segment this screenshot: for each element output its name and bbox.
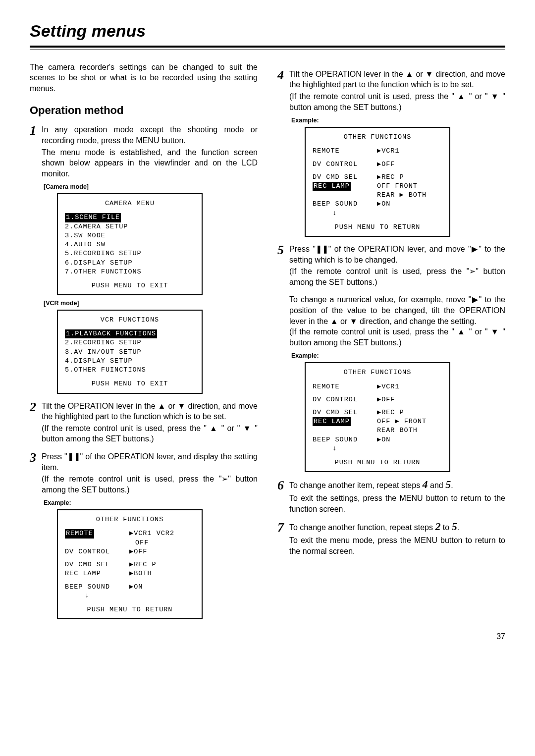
- step-4-cont: (If the remote control unit is used, pre…: [289, 91, 505, 112]
- vcr-menu-item-3: 3.AV IN/OUT SETUP: [65, 348, 195, 357]
- other-a-reclamp-val: ▶BOTH: [129, 569, 195, 578]
- other-a-dvctrl-val: ▶OFF: [129, 547, 195, 556]
- vcr-menu-item-5: 5.OTHER FUINCTIONS: [65, 366, 195, 375]
- step-7end: .: [457, 523, 459, 532]
- other-c-dvcmd-val: ▶REC P: [377, 408, 442, 417]
- other-a-dvctrl: DV CONTROL: [65, 547, 129, 556]
- left-column: The camera recorder's settings can be ch…: [30, 62, 258, 621]
- other-c-dvcmd: DV CMD SEL: [313, 408, 377, 417]
- other-c-beep: BEEP SOUND: [313, 435, 377, 444]
- step-5-cont-d: (If the remote control unit is used, pre…: [289, 326, 505, 348]
- step-6-cont: To exit the settings, press the MENU but…: [289, 493, 505, 514]
- other-c-arrow: ↓: [313, 444, 442, 453]
- step-number-2: 2: [30, 401, 42, 422]
- other-c-beep-val: ▶ON: [377, 435, 442, 444]
- other-b-dvcmd: DV CMD SEL: [313, 173, 377, 182]
- other-a-arrow: ↓: [65, 592, 195, 600]
- other-c-dvctrl-val: ▶OFF: [377, 395, 442, 404]
- step-3-cont: (If the remote control unit is used, pre…: [42, 474, 258, 495]
- other-functions-box-b: OTHER FUNCTIONS REMOTE▶VCR1 DV CONTROL▶O…: [305, 127, 450, 237]
- step-1-cont: The menu mode is established, and the fu…: [42, 147, 258, 179]
- other-b-dvctrl: DV CONTROL: [313, 160, 377, 169]
- other-a-dvcmd: DV CMD SEL: [65, 560, 129, 569]
- other-c-line2r: REAR BOTH: [313, 426, 442, 435]
- other-b-remote-val: ▶VCR1: [377, 147, 442, 156]
- camera-menu-item-4: 4.AUTO SW: [65, 240, 195, 249]
- camera-menu-item-3: 3.SW MODE: [65, 231, 195, 240]
- step-number-4: 4: [277, 69, 289, 90]
- other-b-reclamp: REC LAMP: [313, 182, 351, 191]
- camera-menu-title: CAMERA MENU: [58, 199, 202, 208]
- camera-mode-label: [Camera mode]: [44, 183, 258, 191]
- other-a-dvcmd-val: ▶REC P: [129, 560, 195, 569]
- page-title: Setting menus: [30, 20, 505, 48]
- other-c-dvctrl: DV CONTROL: [313, 395, 377, 404]
- vcr-mode-label: [VCR mode]: [44, 299, 258, 308]
- other-c-reclamp: REC LAMP: [313, 417, 351, 426]
- vcr-menu-footer: PUSH MENU TO EXIT: [58, 379, 202, 388]
- step-number-7: 7: [277, 521, 289, 534]
- other-b-line2r: REAR ▶ BOTH: [313, 191, 442, 200]
- other-functions-box-a: OTHER FUNCTIONS REMOTE▶VCR1 VCR2 OFF DV …: [57, 509, 203, 619]
- other-b-line2l: OFF FRONT: [377, 182, 442, 191]
- step-2-cont: (If the remote control unit is used, pre…: [42, 423, 258, 444]
- camera-menu-item-6: 6.DISPLAY SETUP: [65, 259, 195, 268]
- other-b-arrow: ↓: [313, 209, 442, 218]
- step-6a: To change another item, repeat steps: [289, 481, 423, 489]
- step-4-text: Tilt the OPERATION lever in the ▲ or ▼ d…: [289, 69, 505, 90]
- step-ref-4: 4: [423, 478, 428, 490]
- other-a-reclamp: REC LAMP: [65, 569, 129, 578]
- other-a-beep-val: ▶ON: [129, 583, 195, 592]
- step-7-cont: To exit the menu mode, press the MENU bu…: [289, 535, 505, 556]
- other-a-title: OTHER FUNCTIONS: [58, 515, 202, 524]
- step-ref-2: 2: [435, 520, 440, 533]
- other-functions-box-c: OTHER FUNCTIONS REMOTE▶VCR1 DV CONTROL▶O…: [305, 362, 450, 472]
- other-b-remote: REMOTE: [313, 147, 377, 156]
- other-c-title: OTHER FUNCTIONS: [306, 368, 449, 377]
- example-label-c: Example:: [291, 352, 505, 360]
- other-b-dvcmd-val: ▶REC P: [377, 173, 442, 182]
- camera-menu-item-5: 5.RECORDING SETUP: [65, 249, 195, 258]
- step-number-5: 5: [277, 244, 289, 265]
- title-underline: [30, 50, 505, 50]
- vcr-menu-item-4: 4.DISPLAY SETUP: [65, 357, 195, 366]
- step-7a: To change another function, repeat steps: [289, 523, 435, 532]
- other-c-remote-val: ▶VCR1: [377, 382, 442, 391]
- step-7-text: To change another function, repeat steps…: [289, 521, 505, 534]
- other-c-line2l: OFF ▶ FRONT: [377, 417, 442, 426]
- right-column: 4 Tilt the OPERATION lever in the ▲ or ▼…: [277, 62, 505, 621]
- camera-menu-footer: PUSH MENU TO EXIT: [58, 281, 202, 290]
- camera-menu-item-1: 1.SCENE FILE: [65, 213, 121, 222]
- step-ref-5b: 5: [452, 520, 457, 533]
- camera-menu-item-2: 2.CAMERA SETUP: [65, 222, 195, 231]
- other-b-dvctrl-val: ▶OFF: [377, 160, 442, 169]
- page-number: 37: [30, 631, 505, 642]
- intro-text: The camera recorder's settings can be ch…: [30, 62, 258, 94]
- vcr-menu-item-2: 2.RECORDING SETUP: [65, 338, 195, 347]
- other-a-remote-val2: OFF: [65, 539, 195, 547]
- other-b-footer: PUSH MENU TO RETURN: [306, 223, 449, 232]
- other-b-beep-val: ▶ON: [377, 200, 442, 209]
- step-2-text: Tilt the OPERATION lever in the ▲ or ▼ d…: [42, 401, 258, 422]
- operation-method-heading: Operation method: [30, 103, 258, 118]
- step-5-text: Press "❚❚" of the OPERATION lever, and m…: [289, 244, 505, 265]
- other-b-title: OTHER FUNCTIONS: [306, 133, 449, 142]
- step-number-3: 3: [30, 451, 42, 473]
- other-a-beep: BEEP SOUND: [65, 583, 129, 592]
- step-5-cont-c: To change a numerical value, for example…: [289, 294, 505, 326]
- step-6-text: To change another item, repeat steps 4 a…: [289, 479, 505, 492]
- example-label-a: Example:: [44, 499, 258, 507]
- camera-menu-item-7: 7.OTHER FUNCTIONS: [65, 268, 195, 276]
- vcr-menu-title: VCR FUNCTIONS: [58, 316, 202, 324]
- other-b-beep: BEEP SOUND: [313, 200, 377, 209]
- camera-menu-box: CAMERA MENU 1.SCENE FILE 2.CAMERA SETUP …: [57, 193, 203, 295]
- vcr-menu-item-1: 1.PLAYBACK FUNCTIONS: [65, 329, 157, 338]
- other-c-remote: REMOTE: [313, 382, 377, 391]
- step-5-cont-b: (If the remote control unit is used, pre…: [289, 266, 505, 287]
- vcr-menu-box: VCR FUNCTIONS 1.PLAYBACK FUNCTIONS 2.REC…: [57, 310, 203, 394]
- step-6b: and: [428, 481, 446, 489]
- step-number-1: 1: [30, 124, 42, 146]
- other-a-remote-val: ▶VCR1 VCR2: [129, 529, 195, 538]
- other-c-footer: PUSH MENU TO RETURN: [306, 458, 449, 467]
- step-number-6: 6: [277, 479, 289, 492]
